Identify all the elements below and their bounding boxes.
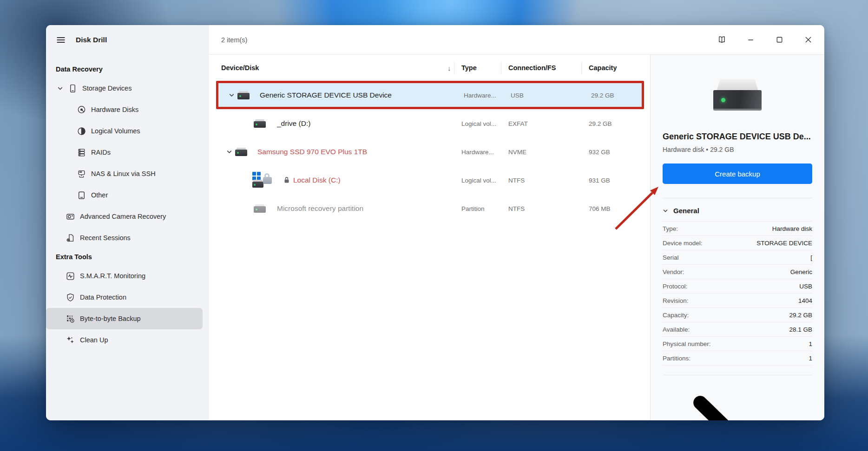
- device-row-samsung-ssd-970-evo-plus-1tb[interactable]: Samsung SSD 970 EVO Plus 1TBHardware...N…: [216, 137, 644, 166]
- property-value: 29.2 GB: [789, 312, 812, 319]
- sidebar-nav: Data RecoveryStorage DevicesHardware Dis…: [46, 54, 209, 351]
- device-name-text: Generic STORAGE DEVICE USB Device: [260, 91, 392, 99]
- property-row-available: Available:28.1 GB: [663, 322, 812, 337]
- items-count: 2 item(s): [221, 36, 247, 44]
- device-type: Hardware...: [464, 92, 496, 98]
- windows-locked-drive-icon: [252, 171, 274, 189]
- device-name-text: _drive (D:): [277, 119, 310, 128]
- sidebar-item-label: Advanced Camera Recovery: [80, 213, 166, 220]
- drive-icon: [237, 91, 250, 99]
- raids-icon: [77, 148, 86, 157]
- sidebar-item-advanced-camera-recovery[interactable]: Advanced Camera Recovery: [46, 206, 209, 227]
- device-name-text: Microsoft recovery partition: [277, 204, 363, 213]
- device-capacity: 29.2 GB: [591, 92, 614, 98]
- column-header-connection[interactable]: Connection/FS: [508, 64, 556, 72]
- sidebar-item-byte-to-byte-backup[interactable]: Byte-to-byte Backup: [46, 308, 203, 329]
- property-row-serial: Serial[: [663, 250, 812, 265]
- titlebar: 2 item(s): [209, 25, 824, 55]
- device-type: Partition: [461, 205, 485, 212]
- device-name: Microsoft recovery partition: [277, 204, 363, 213]
- close-icon[interactable]: [803, 35, 813, 45]
- property-row-device-model: Device model:STORAGE DEVICE: [663, 236, 812, 250]
- sidebar-item-s-m-a-r-t-monitoring[interactable]: S.M.A.R.T. Monitoring: [46, 265, 209, 287]
- property-row-capacity: Capacity:29.2 GB: [663, 308, 812, 322]
- device-connection: NTFS: [508, 176, 525, 183]
- data-protection-icon: [66, 293, 75, 302]
- child-drive-section[interactable]: Child '_drive (D:)': [663, 375, 812, 420]
- book-icon[interactable]: [717, 35, 727, 45]
- device-row-drive-d[interactable]: _drive (D:)Logical vol...EXFAT29.2 GB: [216, 109, 644, 137]
- sidebar-item-recent-sessions[interactable]: Recent Sessions: [46, 227, 209, 248]
- sidebar-section-header: Extra Tools: [46, 248, 209, 265]
- property-value: Hardware disk: [772, 225, 812, 232]
- device-rows: Generic STORAGE DEVICE USB DeviceHardwar…: [216, 81, 644, 222]
- property-value: STORAGE DEVICE: [756, 240, 812, 247]
- sidebar-item-raids[interactable]: RAIDs: [46, 142, 209, 163]
- sidebar-item-hardware-disks[interactable]: Hardware Disks: [46, 99, 209, 120]
- device-capacity: 932 GB: [589, 148, 610, 155]
- create-backup-button[interactable]: Create backup: [663, 163, 812, 184]
- device-subtitle: Hardware disk • 29.2 GB: [663, 146, 812, 153]
- device-name: Generic STORAGE DEVICE USB Device: [260, 91, 392, 99]
- general-section-header[interactable]: General: [663, 207, 812, 215]
- recent-sessions-icon: [66, 233, 75, 243]
- byte-backup-icon: [66, 314, 75, 324]
- property-label: Protocol:: [663, 283, 687, 290]
- sidebar-item-label: RAIDs: [91, 149, 111, 156]
- device-name: _drive (D:): [277, 119, 310, 128]
- drive-icon: [235, 148, 247, 156]
- device-connection: EXFAT: [508, 120, 528, 127]
- hamburger-menu-icon[interactable]: [56, 35, 66, 45]
- sidebar-item-label: Data Protection: [80, 294, 126, 301]
- maximize-icon[interactable]: [774, 35, 784, 45]
- hardware-disks-icon: [77, 105, 86, 115]
- sidebar-item-label: Storage Devices: [82, 85, 132, 92]
- sidebar-section-header: Data Recovery: [46, 61, 209, 78]
- sidebar-item-label: Recent Sessions: [80, 234, 131, 242]
- clean-up-icon: [66, 335, 75, 345]
- property-label: Type:: [663, 225, 678, 232]
- app-title: Disk Drill: [76, 36, 107, 44]
- property-label: Revision:: [663, 297, 689, 304]
- sidebar-item-storage-devices[interactable]: Storage Devices: [46, 78, 209, 99]
- sidebar-item-label: S.M.A.R.T. Monitoring: [80, 272, 145, 280]
- property-label: Partitions:: [663, 355, 690, 362]
- minimize-icon[interactable]: [745, 35, 756, 45]
- device-row-microsoft-recovery-partition[interactable]: Microsoft recovery partitionPartitionNTF…: [216, 194, 644, 222]
- property-row-protocol: Protocol:USB: [663, 279, 812, 294]
- sort-descending-icon[interactable]: ↓: [447, 64, 451, 72]
- chevron-right-icon: [663, 381, 765, 420]
- drive-illustration-icon: [713, 79, 762, 112]
- column-header-type[interactable]: Type: [461, 64, 477, 72]
- device-name-text: Local Disk (C:): [293, 176, 341, 184]
- device-row-local-disk-c[interactable]: Local Disk (C:)Logical vol...NTFS931 GB: [216, 166, 644, 194]
- property-value: 1: [809, 355, 812, 362]
- device-row-generic-storage-device-usb-device[interactable]: Generic STORAGE DEVICE USB DeviceHardwar…: [216, 81, 644, 109]
- property-label: Available:: [663, 326, 690, 333]
- logical-volumes-icon: [77, 126, 86, 136]
- column-header-device[interactable]: Device/Disk: [221, 64, 259, 72]
- sidebar-item-label: Clean Up: [80, 336, 108, 344]
- sidebar-item-logical-volumes[interactable]: Logical Volumes: [46, 120, 209, 142]
- column-header-capacity[interactable]: Capacity: [589, 64, 617, 72]
- device-capacity: 931 GB: [589, 176, 610, 183]
- sidebar-item-nas-linux-via-ssh[interactable]: NAS & Linux via SSH: [46, 163, 209, 184]
- sidebar: Disk Drill Data RecoveryStorage DevicesH…: [46, 25, 209, 420]
- sidebar-item-label: NAS & Linux via SSH: [91, 170, 156, 177]
- sidebar-item-other[interactable]: Other: [46, 184, 209, 206]
- sidebar-item-label: Hardware Disks: [91, 106, 138, 113]
- sidebar-item-data-protection[interactable]: Data Protection: [46, 287, 209, 308]
- property-value: Generic: [790, 268, 812, 275]
- smart-monitoring-icon: [66, 271, 75, 281]
- property-row-physical-number: Physical number:1: [663, 337, 812, 351]
- property-label: Device model:: [663, 240, 703, 247]
- storage-devices-icon: [68, 84, 78, 93]
- sidebar-item-clean-up[interactable]: Clean Up: [46, 329, 209, 351]
- device-type: Logical vol...: [461, 120, 496, 127]
- nas-ssh-icon: [77, 169, 86, 179]
- property-value: 1: [809, 340, 812, 347]
- device-name-text: Samsung SSD 970 EVO Plus 1TB: [257, 148, 367, 156]
- sidebar-item-label: Byte-to-byte Backup: [80, 315, 141, 322]
- chevron-down-icon: [229, 92, 235, 98]
- property-value: [: [810, 254, 812, 261]
